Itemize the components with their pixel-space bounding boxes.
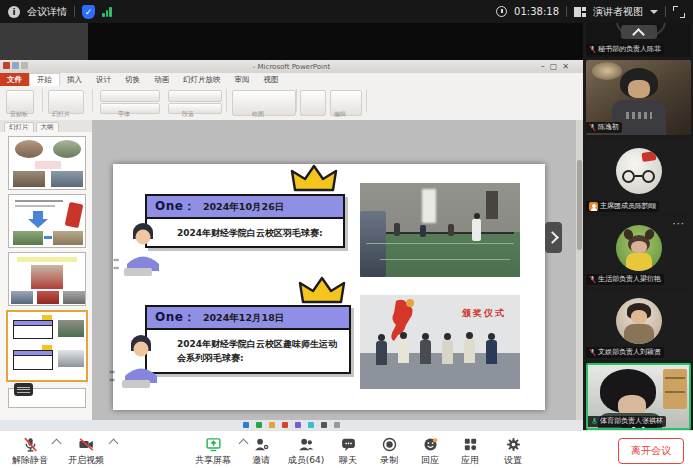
event-card-1-header: One： 2024年10月26日 xyxy=(147,196,343,219)
ppt-panel-tab-slides[interactable]: 幻灯片 xyxy=(4,122,34,132)
ppt-group-font: 字体 xyxy=(118,110,130,119)
shared-windows-taskbar xyxy=(0,420,583,430)
record-button[interactable]: 录制 xyxy=(380,435,398,467)
event-card-2: One： 2024年12月18日 2024年财经学院白云校区趣味师生运动会系列羽… xyxy=(145,305,351,374)
participant-name-badge: 文娱部负责人刘颖贤 xyxy=(586,347,664,358)
participant-tile[interactable]: 文娱部负责人刘颖贤 xyxy=(586,290,691,360)
decorative-arrows: ‹‹‹‹‹‹ xyxy=(113,256,118,272)
share-screen-icon xyxy=(204,435,222,453)
hide-sidebar-button[interactable] xyxy=(545,222,562,253)
ppt-tab-file[interactable]: 文件 xyxy=(0,73,29,86)
ppt-tab-animations[interactable]: 动画 xyxy=(147,73,176,86)
apps-button[interactable]: 应用 xyxy=(461,435,479,467)
ppt-tab-transitions[interactable]: 切换 xyxy=(118,73,147,86)
ppt-shapes-gallery[interactable] xyxy=(232,90,296,116)
settings-button[interactable]: 设置 xyxy=(504,435,522,467)
members-button[interactable]: 成员(64) xyxy=(288,435,324,467)
card-1-body: 2024年财经学院白云校区羽毛球赛: xyxy=(147,219,343,246)
ppt-window-controls[interactable]: –▢✕ xyxy=(541,62,569,71)
ppt-arrange-button[interactable] xyxy=(300,90,326,116)
host-role-icon xyxy=(589,202,598,211)
leave-meeting-button[interactable]: 离开会议 xyxy=(618,438,684,464)
slide-thumbnail-2[interactable] xyxy=(8,194,86,248)
share-screen-button[interactable]: 共享屏幕 xyxy=(195,435,231,467)
crown-icon xyxy=(296,276,348,306)
ppt-align-buttons[interactable] xyxy=(168,103,222,114)
tile-more-menu[interactable]: ··· xyxy=(672,218,685,229)
fullscreen-icon[interactable] xyxy=(673,6,685,18)
ppt-ribbon: 剪贴板 幻灯片 字体 段落 绘图 编辑 xyxy=(0,86,583,121)
meeting-info-icon[interactable]: i xyxy=(8,6,20,18)
participant-name-badge: 秘书部的负责人陈菲 xyxy=(586,44,664,55)
video-options-caret[interactable] xyxy=(109,439,119,449)
shared-desktop-letterbox xyxy=(88,23,583,60)
mic-muted-icon xyxy=(589,348,596,357)
participant-name-badge: 陈逸初 xyxy=(586,122,622,133)
participant-tile[interactable]: 秘书部的负责人陈菲 xyxy=(586,23,691,57)
mic-off-icon xyxy=(21,435,39,453)
current-slide: One： 2024年10月26日 2024年财经学院白云校区羽毛球赛: ‹‹‹‹… xyxy=(113,164,545,410)
divider xyxy=(566,6,567,17)
ppt-tab-review[interactable]: 审阅 xyxy=(228,73,257,86)
collapse-tiles-button[interactable] xyxy=(621,25,657,39)
chat-button[interactable]: 聊天 xyxy=(339,435,357,467)
participant-tile-active-speaker[interactable]: 体育部负责人张祺林 xyxy=(586,363,691,430)
card-2-prefix: One： xyxy=(155,309,196,326)
divider xyxy=(74,6,75,17)
security-shield-icon[interactable]: ✓ xyxy=(82,5,95,19)
ppt-scrollbar[interactable] xyxy=(576,120,583,430)
participant-tile[interactable]: ··· 生活部负责人梁衍艳 xyxy=(586,217,691,287)
invite-button[interactable]: 邀请 xyxy=(252,435,270,467)
ppt-paragraph-buttons[interactable] xyxy=(168,90,222,102)
record-icon xyxy=(380,435,398,453)
mic-muted-icon xyxy=(589,45,596,54)
chevron-down-icon[interactable] xyxy=(650,10,658,14)
apps-grid-icon xyxy=(461,435,479,453)
mic-options-caret[interactable] xyxy=(52,439,62,449)
ppt-group-drawing: 绘图 xyxy=(252,110,264,119)
ppt-tab-insert[interactable]: 插入 xyxy=(60,73,89,86)
annotation-toolbar-handle[interactable] xyxy=(14,383,33,396)
ppt-group-slides: 幻灯片 xyxy=(52,110,70,119)
slide-thumbnail-1[interactable] xyxy=(8,136,86,190)
ppt-font-box[interactable] xyxy=(100,90,160,102)
ppt-font-style-buttons[interactable] xyxy=(100,103,160,114)
award-ceremony-photo: 颁奖仪式 xyxy=(360,295,520,389)
start-video-button[interactable]: 开启视频 xyxy=(68,435,104,467)
reactions-icon xyxy=(421,435,439,453)
event-card-1: One： 2024年10月26日 2024年财经学院白云校区羽毛球赛: xyxy=(145,194,345,248)
mic-muted-icon xyxy=(589,275,596,284)
ppt-quick-access-toolbar[interactable] xyxy=(3,62,28,69)
share-options-caret[interactable] xyxy=(239,439,249,449)
participant-name-badge: 主席团成员陈韵颐 xyxy=(586,201,659,212)
card-1-date: 2024年10月26日 xyxy=(203,201,284,214)
participant-tile[interactable]: 陈逸初 xyxy=(586,60,691,135)
slide-thumbnail-4-current[interactable] xyxy=(6,310,88,382)
slide-thumbnail-3[interactable] xyxy=(8,252,86,306)
participant-tile[interactable]: 主席团成员陈韵颐 xyxy=(586,138,691,214)
shared-screen-area: - Microsoft PowerPoint –▢✕ ? 文件 开始 插入 设计… xyxy=(0,23,583,430)
meeting-toolbar: 解除静音 开启视频 共享屏幕 邀请 成员(64) xyxy=(0,430,693,468)
clock-icon xyxy=(496,6,507,17)
meeting-window: i 会议详情 ✓ 01:38:18 演讲者视图 xyxy=(0,0,693,468)
divider xyxy=(665,6,666,17)
ppt-tab-view[interactable]: 视图 xyxy=(257,73,286,86)
participant-name-badge: 生活部负责人梁衍艳 xyxy=(586,274,664,285)
avatar xyxy=(616,148,662,194)
mic-muted-icon xyxy=(589,123,596,132)
badminton-match-photo xyxy=(360,183,520,277)
card-2-body: 2024年财经学院白云校区趣味师生运动会系列羽毛球赛: xyxy=(147,330,349,372)
event-card-2-header: One： 2024年12月18日 xyxy=(147,307,349,330)
card-2-date: 2024年12月18日 xyxy=(203,312,284,325)
ppt-group-editing: 编辑 xyxy=(334,110,346,119)
ppt-tab-slideshow[interactable]: 幻灯片放映 xyxy=(176,73,228,86)
meeting-info-label[interactable]: 会议详情 xyxy=(27,5,67,19)
decorative-arrows: ‹‹‹‹‹‹ xyxy=(109,368,114,384)
unmute-button[interactable]: 解除静音 xyxy=(12,435,48,467)
reactions-button[interactable]: 回应 xyxy=(421,435,439,467)
network-signal-icon[interactable] xyxy=(102,6,112,17)
view-mode-selector[interactable]: 演讲者视图 xyxy=(593,5,643,19)
ppt-panel-tab-outline[interactable]: 大纲 xyxy=(36,122,59,132)
ppt-tab-home[interactable]: 开始 xyxy=(29,73,60,86)
ppt-tab-design[interactable]: 设计 xyxy=(89,73,118,86)
